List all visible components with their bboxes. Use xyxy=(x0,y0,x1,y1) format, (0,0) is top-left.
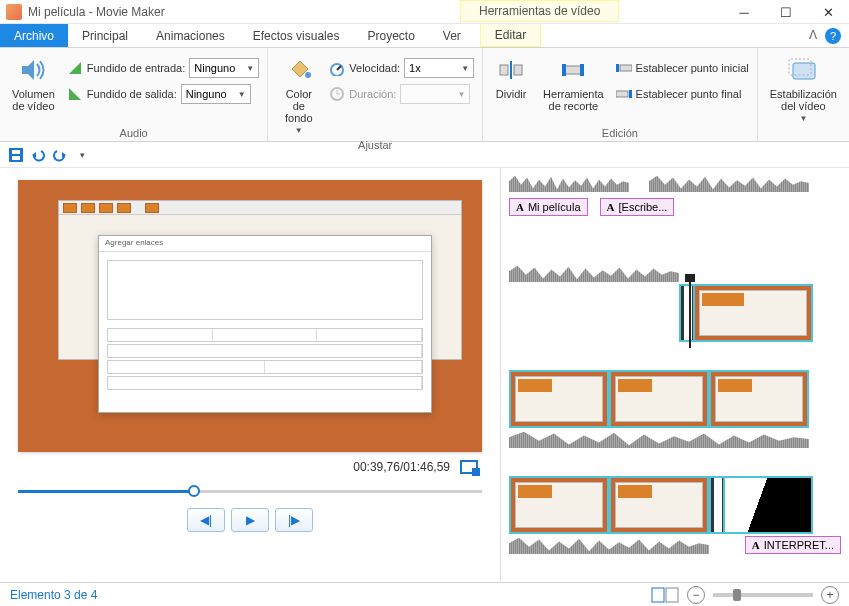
duration-icon xyxy=(329,86,345,102)
speed-icon xyxy=(329,60,345,76)
undo-button[interactable] xyxy=(30,147,46,163)
video-clip[interactable] xyxy=(509,476,609,534)
seek-slider[interactable] xyxy=(18,484,482,498)
svg-rect-23 xyxy=(12,156,20,160)
zoom-slider[interactable] xyxy=(713,593,813,597)
video-clip[interactable] xyxy=(723,476,813,534)
zoom-out-button[interactable]: − xyxy=(687,586,705,604)
tab-principal[interactable]: Principal xyxy=(68,24,142,47)
title-clip-label: [Escribe... xyxy=(618,201,667,213)
redo-button[interactable] xyxy=(52,147,68,163)
tab-editar[interactable]: Editar xyxy=(480,24,541,47)
video-clip[interactable] xyxy=(693,284,813,342)
estabilizacion-label: Estabilización del vídeo xyxy=(770,88,837,112)
title-clip[interactable]: AINTERPRET... xyxy=(745,536,841,554)
svg-marker-2 xyxy=(69,88,81,100)
punto-inicial-button[interactable]: Establecer punto inicial xyxy=(616,60,749,76)
svg-rect-17 xyxy=(616,91,628,97)
svg-rect-27 xyxy=(666,588,678,602)
minimize-button[interactable]: ─ xyxy=(723,0,765,24)
set-start-icon xyxy=(616,60,632,76)
fundido-entrada-value: Ninguno xyxy=(194,62,235,74)
video-clip[interactable] xyxy=(509,370,609,428)
fundido-salida-combo[interactable]: Ninguno▼ xyxy=(181,84,251,104)
play-button[interactable]: ▶ xyxy=(231,508,269,532)
svg-rect-26 xyxy=(652,588,664,602)
svg-line-5 xyxy=(337,66,341,70)
title-clip-label: INTERPRET... xyxy=(764,539,834,551)
velocidad-combo[interactable]: 1x▼ xyxy=(404,58,474,78)
view-mode-button[interactable] xyxy=(651,587,679,603)
ribbon-tabs: Archivo Principal Animaciones Efectos vi… xyxy=(0,24,849,48)
punto-final-button[interactable]: Establecer punto final xyxy=(616,86,749,102)
estabilizacion-button[interactable]: Estabilización del vídeo ▼ xyxy=(766,52,841,125)
group-estabilizacion: Estabilización del vídeo ▼ xyxy=(758,48,849,141)
qat-customize-button[interactable]: ▾ xyxy=(74,147,90,163)
fundido-salida-label: Fundido de salida: xyxy=(87,88,177,100)
group-audio: Volumen de vídeo Fundido de entrada: Nin… xyxy=(0,48,268,141)
video-preview[interactable]: Agregar enlaces xyxy=(18,180,482,452)
video-clip[interactable] xyxy=(609,476,709,534)
paint-bucket-icon xyxy=(283,54,315,86)
group-ajustar: Color de fondo ▼ Velocidad: 1x▼ Duración… xyxy=(268,48,483,141)
herramienta-recorte-button[interactable]: Herramienta de recorte xyxy=(539,52,608,114)
window-title: Mi película - Movie Maker xyxy=(28,5,165,19)
workspace: Agregar enlaces 00:39,76/01:46,59 ◀| ▶ |… xyxy=(0,168,849,582)
preview-pane: Agregar enlaces 00:39,76/01:46,59 ◀| ▶ |… xyxy=(0,168,500,582)
group-audio-label: Audio xyxy=(8,125,259,139)
title-clip-label: Mi película xyxy=(528,201,581,213)
herramienta-recorte-label: Herramienta de recorte xyxy=(543,88,604,112)
svg-rect-16 xyxy=(620,65,632,71)
title-bar: Mi película - Movie Maker Herramientas d… xyxy=(0,0,849,24)
duracion-label: Duración: xyxy=(349,88,396,100)
tab-ver[interactable]: Ver xyxy=(429,24,475,47)
svg-point-3 xyxy=(305,72,311,78)
next-frame-button[interactable]: |▶ xyxy=(275,508,313,532)
svg-rect-15 xyxy=(616,64,619,72)
volumen-video-button[interactable]: Volumen de vídeo xyxy=(8,52,59,114)
tab-proyecto[interactable]: Proyecto xyxy=(353,24,428,47)
video-clip[interactable] xyxy=(709,370,809,428)
status-element-count: Elemento 3 de 4 xyxy=(10,588,97,602)
audio-clip[interactable] xyxy=(509,264,679,282)
prev-frame-button[interactable]: ◀| xyxy=(187,508,225,532)
status-bar: Elemento 3 de 4 − + xyxy=(0,582,849,606)
color-fondo-label: Color de fondo xyxy=(280,88,317,124)
context-tab-label: Herramientas de vídeo xyxy=(460,0,619,22)
svg-marker-1 xyxy=(69,62,81,74)
audio-clip[interactable] xyxy=(509,430,809,448)
title-clip[interactable]: AMi película xyxy=(509,198,588,216)
ribbon: Volumen de vídeo Fundido de entrada: Nin… xyxy=(0,48,849,142)
maximize-button[interactable]: ☐ xyxy=(765,0,807,24)
audio-clip[interactable] xyxy=(649,174,809,192)
tab-efectos-visuales[interactable]: Efectos visuales xyxy=(239,24,354,47)
fade-out-icon xyxy=(67,86,83,102)
video-clip[interactable] xyxy=(609,370,709,428)
punto-inicial-label: Establecer punto inicial xyxy=(636,62,749,74)
time-display: 00:39,76/01:46,59 xyxy=(353,460,450,474)
dividir-button[interactable]: Dividir xyxy=(491,52,531,102)
fundido-salida-value: Ninguno xyxy=(186,88,227,100)
svg-rect-10 xyxy=(514,65,522,75)
collapse-ribbon-button[interactable]: ᐱ xyxy=(801,24,825,47)
audio-clip[interactable] xyxy=(509,174,629,192)
tab-animaciones[interactable]: Animaciones xyxy=(142,24,239,47)
playhead[interactable] xyxy=(689,278,691,348)
timeline-pane[interactable]: AMi película A[Escribe... xyxy=(500,168,849,582)
volumen-label: Volumen de vídeo xyxy=(12,88,55,112)
set-end-icon xyxy=(616,86,632,102)
fullscreen-button[interactable] xyxy=(460,460,478,474)
group-estab-label xyxy=(766,137,841,139)
save-button[interactable] xyxy=(8,147,24,163)
filmstrip-icon xyxy=(709,476,723,534)
tab-archivo[interactable]: Archivo xyxy=(0,24,68,47)
title-clip[interactable]: A[Escribe... xyxy=(600,198,675,216)
dividir-label: Dividir xyxy=(496,88,527,100)
fundido-entrada-combo[interactable]: Ninguno▼ xyxy=(189,58,259,78)
zoom-in-button[interactable]: + xyxy=(821,586,839,604)
color-fondo-button[interactable]: Color de fondo ▼ xyxy=(276,52,321,137)
close-button[interactable]: ✕ xyxy=(807,0,849,24)
split-icon xyxy=(495,54,527,86)
help-button[interactable]: ? xyxy=(825,28,841,44)
audio-clip[interactable] xyxy=(509,536,709,554)
